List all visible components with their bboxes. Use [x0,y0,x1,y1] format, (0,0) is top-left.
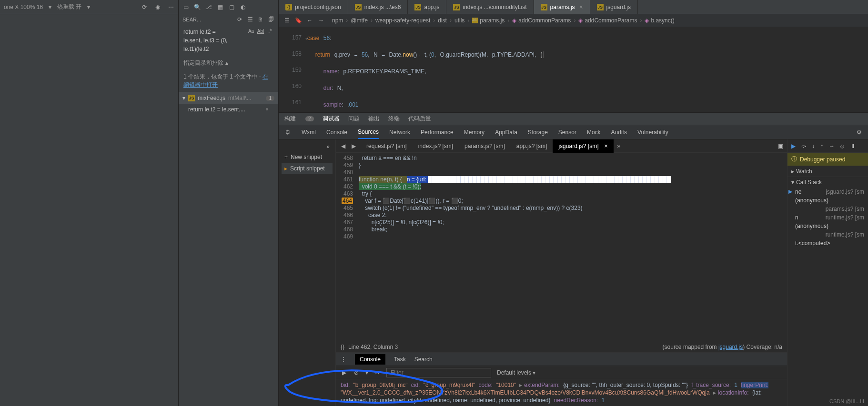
regex-icon[interactable]: .* [267,28,273,34]
tab-output[interactable]: 输出 [368,115,380,123]
dock-icon[interactable]: ▣ [774,143,787,149]
source-body[interactable]: return a === en && !n } function ne(n, t… [356,153,787,341]
panel-sources[interactable]: Sources [358,126,379,139]
clear-icon[interactable]: ☰ [247,16,253,23]
record-icon[interactable]: ◉ [154,4,161,10]
tab-debugger[interactable]: 调试器 [323,115,340,123]
docker-icon[interactable]: ◐ [240,4,246,10]
next-icon[interactable]: ▶ [350,143,357,149]
stack-frame[interactable]: nejsguard.js? [sm [787,188,868,196]
tab-project-config[interactable]: {}project.config.json [279,0,348,14]
newfile-icon[interactable]: 🗎 [257,16,264,23]
word-icon[interactable]: Abl [257,28,264,34]
bc-npm[interactable]: npm [332,17,343,24]
step-out-icon[interactable]: ↑ [820,143,823,149]
close-icon[interactable]: × [604,143,607,149]
close-icon[interactable]: × [580,4,583,10]
bc-weapp[interactable]: weapp-safety-request [375,17,430,24]
collapse-icon[interactable]: 🗐 [268,16,274,23]
panel-mock[interactable]: Mock [587,126,601,139]
code-body[interactable]: case 56: return q.prev = 56, N = Date.no… [307,27,868,112]
stack-frame[interactable]: t.<computed> [787,239,868,248]
box-icon[interactable]: ▢ [228,4,235,10]
search-query[interactable]: return le.t2 = Aa Abl .* le.sent, le.t3 … [179,25,278,56]
src-tab-app[interactable]: app.js? [sm] [511,139,553,153]
search-tab[interactable]: Search [414,356,433,363]
deactivate-bp-icon[interactable]: ⦸ [840,143,844,149]
panel-network[interactable]: Network [389,126,410,139]
close-icon[interactable]: × [265,106,269,113]
bookmark-icon[interactable]: 🔖 [295,17,302,24]
panel-performance[interactable]: Performance [421,126,454,139]
tab-problems[interactable]: 问题 [348,115,360,123]
panel-appdata[interactable]: AppData [495,126,517,139]
bc-fn1[interactable]: ◈addCommonParams [512,17,571,24]
result-file[interactable]: ▾ JS mixFeed.js mtMall\... 1 [179,92,278,104]
refresh-icon[interactable]: ⟳ [236,16,243,23]
search-scope[interactable]: 指定目录和排除▴ [179,56,278,70]
list-icon[interactable]: ☰ [283,17,290,24]
bc-dist[interactable]: dist [438,17,447,24]
stack-frame[interactable]: runtime.js? [sm [787,230,868,239]
panel-console[interactable]: Console [326,126,347,139]
tab-app[interactable]: JSapp.js [408,0,446,14]
eye-icon[interactable]: 👁 [374,369,381,376]
expand-icon[interactable]: ▸ [519,382,522,388]
stack-frame[interactable]: params.js? [sm [787,205,868,213]
expand-icon[interactable]: ▸ [713,389,716,396]
bc-fn2[interactable]: ◈addCommonParams [578,17,637,24]
console-tab[interactable]: Console [355,354,385,365]
expand-icon[interactable]: » [282,142,333,151]
src-tab-index[interactable]: index.js? [sm] [413,139,459,153]
tab-build[interactable]: 构建 [284,115,296,123]
more-icon[interactable]: ⋮ [341,356,346,363]
fold-icon[interactable]: ⌄ [304,30,309,46]
snippet-item[interactable]: ▸Script snippet [282,163,333,174]
forward-icon[interactable]: → [318,17,324,24]
more-icon[interactable]: ⋯ [168,4,174,10]
hotreload-toggle[interactable]: 热重载 开 [57,3,81,11]
tab-jsguard[interactable]: JSjsguard.js [590,0,638,14]
src-tab-request[interactable]: request.js? [sm] [361,139,413,153]
callstack-section[interactable]: ▾ Call Stack [787,177,868,188]
panel-sensor[interactable]: Sensor [558,126,576,139]
bc-file[interactable]: JS params.js [472,17,505,24]
stack-frame[interactable]: nruntime.js? [sm [787,213,868,222]
stack-frame[interactable]: (anonymous) [787,222,868,230]
panel-audits[interactable]: Audits [611,126,627,139]
task-tab[interactable]: Task [394,356,406,363]
bc-mtfe[interactable]: @mtfe [351,17,368,24]
device-label[interactable]: one X 100% 16 [4,4,43,10]
code-editor[interactable]: ⌄ 157158159160161 case 56: return q.prev… [279,27,868,112]
console-filter-input[interactable] [386,368,491,377]
prev-icon[interactable]: ◀ [340,143,346,149]
inspect-icon[interactable]: ⯐ [284,129,291,136]
search-icon[interactable]: 🔍 [194,4,201,10]
tab-params[interactable]: JSparams.js× [534,0,590,14]
tab-terminal[interactable]: 终端 [388,115,400,123]
tab-quality[interactable]: 代码质量 [408,115,431,123]
gear-icon[interactable]: ⚙ [856,129,862,136]
clear-console-icon[interactable]: ⊘ [353,369,360,376]
chevron-down-icon[interactable]: ▾ [49,4,51,10]
case-icon[interactable]: Aa [248,28,254,34]
more-tabs-icon[interactable]: » [614,143,625,149]
new-snippet-button[interactable]: +New snippet [282,151,333,163]
stack-frame[interactable]: (anonymous) [787,196,868,205]
back-icon[interactable]: ← [306,17,313,24]
source-code[interactable]: 458459460461462463464465466467468469 ret… [336,153,787,341]
branch-icon[interactable]: ⎇ [205,4,212,10]
step-into-icon[interactable]: ↓ [812,143,815,149]
src-tab-jsguard[interactable]: jsguard.js? [sm]× [553,139,613,153]
resume-icon[interactable]: ▶ [791,143,796,149]
tab-index-es6[interactable]: JSindex.js ...\es6 [348,0,408,14]
console-output[interactable]: bid: "b_group_0tty0tj_mc" cid: "c_group_… [336,379,787,406]
panel-vulnerability[interactable]: Vulnerability [637,126,668,139]
panel-wxml[interactable]: Wxml [302,126,316,139]
play-icon[interactable]: ▶ [341,369,347,376]
chevron-down-icon[interactable]: ▾ [87,4,90,10]
extensions-icon[interactable]: ▦ [217,4,223,10]
step-over-icon[interactable]: ⤼ [801,143,806,149]
log-level-select[interactable]: Default levels ▾ [497,369,535,376]
panel-memory[interactable]: Memory [464,126,484,139]
